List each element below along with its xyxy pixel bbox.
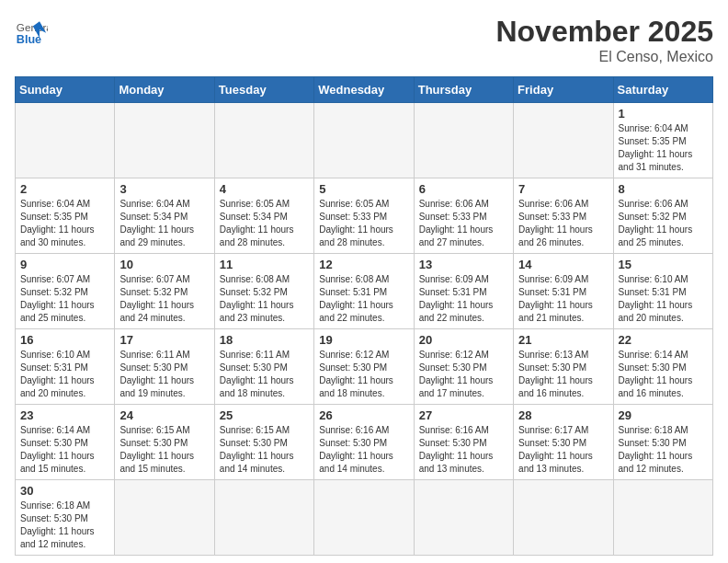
calendar-cell [16, 103, 115, 178]
calendar-cell [115, 103, 214, 178]
day-number: 26 [319, 408, 408, 422]
calendar-cell: 8Sunrise: 6:06 AM Sunset: 5:32 PM Daylig… [613, 178, 712, 254]
day-info: Sunrise: 6:11 AM Sunset: 5:30 PM Dayligh… [220, 349, 309, 400]
weekday-header: Monday [115, 77, 214, 103]
calendar-cell: 9Sunrise: 6:07 AM Sunset: 5:32 PM Daylig… [16, 254, 115, 329]
calendar-cell: 30Sunrise: 6:18 AM Sunset: 5:30 PM Dayli… [16, 480, 115, 556]
page-subtitle: El Censo, Mexico [495, 49, 713, 65]
calendar-cell [514, 103, 613, 178]
day-number: 18 [220, 333, 309, 347]
logo: General Blue [15, 15, 48, 48]
calendar-cell: 25Sunrise: 6:15 AM Sunset: 5:30 PM Dayli… [214, 405, 313, 480]
calendar-cell [214, 103, 313, 178]
week-row: 2Sunrise: 6:04 AM Sunset: 5:35 PM Daylig… [16, 178, 713, 254]
day-number: 20 [419, 333, 508, 347]
day-number: 5 [319, 182, 408, 196]
calendar-cell: 27Sunrise: 6:16 AM Sunset: 5:30 PM Dayli… [414, 405, 513, 480]
calendar-cell [314, 103, 414, 178]
page-title: November 2025 [495, 15, 713, 49]
day-number: 4 [220, 182, 309, 196]
day-number: 15 [619, 258, 708, 271]
day-info: Sunrise: 6:05 AM Sunset: 5:33 PM Dayligh… [319, 198, 408, 249]
day-info: Sunrise: 6:12 AM Sunset: 5:30 PM Dayligh… [419, 349, 508, 400]
week-row: 23Sunrise: 6:14 AM Sunset: 5:30 PM Dayli… [16, 405, 713, 480]
calendar-cell: 4Sunrise: 6:05 AM Sunset: 5:34 PM Daylig… [214, 178, 313, 254]
calendar-cell [314, 480, 414, 556]
week-row: 30Sunrise: 6:18 AM Sunset: 5:30 PM Dayli… [16, 480, 713, 556]
calendar-cell: 3Sunrise: 6:04 AM Sunset: 5:34 PM Daylig… [115, 178, 214, 254]
calendar-cell: 21Sunrise: 6:13 AM Sunset: 5:30 PM Dayli… [514, 329, 613, 405]
calendar-cell [214, 480, 313, 556]
calendar-cell: 10Sunrise: 6:07 AM Sunset: 5:32 PM Dayli… [115, 254, 214, 329]
day-number: 27 [419, 408, 508, 422]
day-number: 8 [619, 182, 708, 196]
day-number: 29 [619, 408, 708, 422]
calendar-cell [414, 480, 513, 556]
calendar-cell: 17Sunrise: 6:11 AM Sunset: 5:30 PM Dayli… [115, 329, 214, 405]
day-info: Sunrise: 6:18 AM Sunset: 5:30 PM Dayligh… [619, 424, 708, 476]
weekday-header-row: SundayMondayTuesdayWednesdayThursdayFrid… [16, 77, 713, 103]
weekday-header: Saturday [613, 77, 712, 103]
weekday-header: Sunday [16, 77, 115, 103]
day-number: 22 [619, 333, 708, 347]
weekday-header: Wednesday [314, 77, 414, 103]
day-info: Sunrise: 6:06 AM Sunset: 5:33 PM Dayligh… [518, 198, 608, 249]
day-number: 11 [220, 258, 309, 271]
week-row: 1Sunrise: 6:04 AM Sunset: 5:35 PM Daylig… [16, 103, 713, 178]
calendar-cell: 20Sunrise: 6:12 AM Sunset: 5:30 PM Dayli… [414, 329, 513, 405]
calendar-cell: 23Sunrise: 6:14 AM Sunset: 5:30 PM Dayli… [16, 405, 115, 480]
day-number: 28 [518, 408, 608, 422]
day-info: Sunrise: 6:06 AM Sunset: 5:33 PM Dayligh… [419, 198, 508, 249]
day-info: Sunrise: 6:04 AM Sunset: 5:35 PM Dayligh… [619, 122, 708, 174]
day-number: 13 [419, 258, 508, 271]
day-number: 10 [119, 258, 209, 271]
calendar-cell: 22Sunrise: 6:14 AM Sunset: 5:30 PM Dayli… [613, 329, 712, 405]
day-info: Sunrise: 6:04 AM Sunset: 5:34 PM Dayligh… [119, 198, 209, 249]
calendar-cell: 18Sunrise: 6:11 AM Sunset: 5:30 PM Dayli… [214, 329, 313, 405]
calendar-cell: 28Sunrise: 6:17 AM Sunset: 5:30 PM Dayli… [514, 405, 613, 480]
calendar-cell: 14Sunrise: 6:09 AM Sunset: 5:31 PM Dayli… [514, 254, 613, 329]
day-info: Sunrise: 6:17 AM Sunset: 5:30 PM Dayligh… [518, 424, 608, 476]
day-info: Sunrise: 6:04 AM Sunset: 5:35 PM Dayligh… [20, 198, 109, 249]
calendar-cell: 11Sunrise: 6:08 AM Sunset: 5:32 PM Dayli… [214, 254, 313, 329]
day-info: Sunrise: 6:08 AM Sunset: 5:32 PM Dayligh… [220, 273, 309, 325]
day-info: Sunrise: 6:07 AM Sunset: 5:32 PM Dayligh… [119, 273, 209, 325]
day-info: Sunrise: 6:08 AM Sunset: 5:31 PM Dayligh… [319, 273, 408, 325]
day-info: Sunrise: 6:15 AM Sunset: 5:30 PM Dayligh… [220, 424, 309, 476]
week-row: 16Sunrise: 6:10 AM Sunset: 5:31 PM Dayli… [16, 329, 713, 405]
day-number: 14 [518, 258, 608, 271]
calendar-cell: 2Sunrise: 6:04 AM Sunset: 5:35 PM Daylig… [16, 178, 115, 254]
day-info: Sunrise: 6:09 AM Sunset: 5:31 PM Dayligh… [518, 273, 608, 325]
calendar-cell: 19Sunrise: 6:12 AM Sunset: 5:30 PM Dayli… [314, 329, 414, 405]
weekday-header: Friday [514, 77, 613, 103]
day-number: 2 [20, 182, 109, 196]
calendar-cell: 16Sunrise: 6:10 AM Sunset: 5:31 PM Dayli… [16, 329, 115, 405]
day-info: Sunrise: 6:09 AM Sunset: 5:31 PM Dayligh… [419, 273, 508, 325]
calendar-table: SundayMondayTuesdayWednesdayThursdayFrid… [15, 76, 713, 556]
day-number: 7 [518, 182, 608, 196]
calendar-cell: 26Sunrise: 6:16 AM Sunset: 5:30 PM Dayli… [314, 405, 414, 480]
day-number: 9 [20, 258, 109, 271]
day-info: Sunrise: 6:13 AM Sunset: 5:30 PM Dayligh… [518, 349, 608, 400]
day-info: Sunrise: 6:14 AM Sunset: 5:30 PM Dayligh… [619, 349, 708, 400]
day-number: 1 [619, 107, 708, 121]
weekday-header: Tuesday [214, 77, 313, 103]
day-number: 6 [419, 182, 508, 196]
title-block: November 2025 El Censo, Mexico [495, 15, 713, 65]
day-number: 16 [20, 333, 109, 347]
week-row: 9Sunrise: 6:07 AM Sunset: 5:32 PM Daylig… [16, 254, 713, 329]
calendar-cell: 24Sunrise: 6:15 AM Sunset: 5:30 PM Dayli… [115, 405, 214, 480]
calendar-cell: 12Sunrise: 6:08 AM Sunset: 5:31 PM Dayli… [314, 254, 414, 329]
day-number: 25 [220, 408, 309, 422]
day-info: Sunrise: 6:05 AM Sunset: 5:34 PM Dayligh… [220, 198, 309, 249]
day-info: Sunrise: 6:10 AM Sunset: 5:31 PM Dayligh… [20, 349, 109, 400]
day-number: 3 [119, 182, 209, 196]
day-number: 21 [518, 333, 608, 347]
calendar-cell [613, 480, 712, 556]
calendar-cell [414, 103, 513, 178]
day-info: Sunrise: 6:06 AM Sunset: 5:32 PM Dayligh… [619, 198, 708, 249]
calendar-cell [115, 480, 214, 556]
logo-icon: General Blue [15, 15, 48, 48]
day-info: Sunrise: 6:18 AM Sunset: 5:30 PM Dayligh… [20, 500, 109, 551]
day-info: Sunrise: 6:15 AM Sunset: 5:30 PM Dayligh… [119, 424, 209, 476]
